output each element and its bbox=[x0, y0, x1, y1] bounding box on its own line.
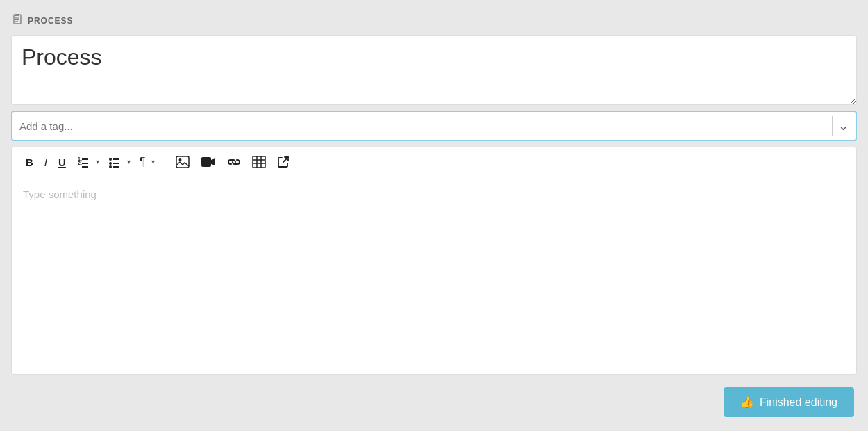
svg-rect-16 bbox=[176, 156, 189, 168]
link-button[interactable] bbox=[223, 154, 245, 170]
paragraph-dropdown[interactable]: ▾ bbox=[149, 156, 157, 168]
svg-rect-1 bbox=[15, 14, 19, 16]
tag-input[interactable] bbox=[19, 120, 832, 132]
tag-dropdown-chevron[interactable]: ⌄ bbox=[832, 116, 849, 136]
finished-editing-button[interactable]: 👍 Finished editing bbox=[724, 387, 854, 417]
svg-rect-20 bbox=[253, 156, 265, 168]
svg-text:2.: 2. bbox=[78, 161, 82, 165]
page-wrapper: PROCESS Process ⌄ B I U bbox=[0, 0, 868, 431]
svg-marker-19 bbox=[211, 158, 215, 165]
footer-bar: 👍 Finished editing bbox=[11, 380, 857, 420]
image-button[interactable] bbox=[172, 153, 194, 171]
section-header-label: PROCESS bbox=[28, 16, 73, 26]
thumbs-up-icon: 👍 bbox=[740, 396, 754, 409]
svg-rect-18 bbox=[201, 157, 211, 167]
table-button[interactable] bbox=[248, 153, 270, 171]
unordered-list-button[interactable] bbox=[104, 153, 125, 171]
editor-content-area[interactable]: Type something bbox=[12, 177, 856, 374]
toolbar-separator-1 bbox=[164, 155, 165, 169]
svg-point-12 bbox=[109, 162, 112, 165]
svg-point-14 bbox=[109, 165, 112, 168]
svg-line-25 bbox=[283, 157, 288, 162]
unordered-list-dropdown[interactable]: ▾ bbox=[125, 156, 133, 168]
external-link-button[interactable] bbox=[273, 153, 294, 171]
title-input[interactable]: Process bbox=[11, 35, 857, 105]
bold-button[interactable]: B bbox=[22, 154, 37, 170]
video-button[interactable] bbox=[197, 154, 220, 170]
paragraph-button[interactable]: ¶ bbox=[135, 154, 150, 170]
editor-toolbar: B I U 1. 2. bbox=[12, 147, 856, 177]
ordered-list-group: 1. 2. ▾ bbox=[73, 153, 101, 171]
ordered-list-button[interactable]: 1. 2. bbox=[73, 153, 94, 171]
italic-button[interactable]: I bbox=[40, 154, 51, 170]
svg-point-10 bbox=[109, 158, 112, 161]
unordered-list-group: ▾ bbox=[104, 153, 133, 171]
paragraph-group: ¶ ▾ bbox=[135, 154, 158, 170]
section-header: PROCESS bbox=[11, 11, 857, 30]
tag-input-wrapper: ⌄ bbox=[11, 111, 857, 141]
svg-point-17 bbox=[179, 158, 182, 161]
editor-wrapper: B I U 1. 2. bbox=[11, 147, 857, 375]
editor-placeholder: Type something bbox=[23, 188, 97, 200]
underline-button[interactable]: U bbox=[54, 154, 70, 170]
process-icon bbox=[12, 14, 24, 27]
ordered-list-dropdown[interactable]: ▾ bbox=[94, 156, 101, 168]
